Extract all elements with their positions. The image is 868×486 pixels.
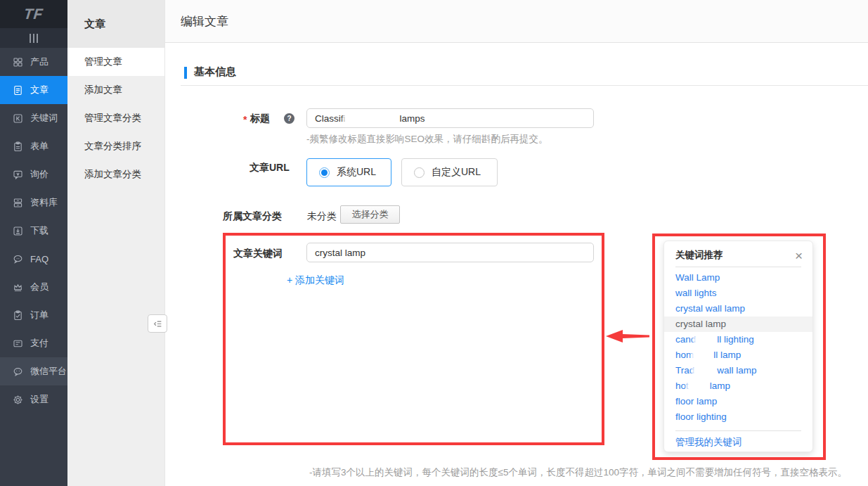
keyword-item-3[interactable]: crystal lamp: [664, 316, 812, 332]
choose-category-button[interactable]: 选择分类: [340, 205, 400, 224]
article-url-label: 文章URL: [250, 162, 290, 174]
sidebar-item-label: 表单: [30, 140, 48, 153]
keyword-icon: [12, 113, 24, 124]
sidebar-item-label: 会员: [30, 281, 48, 293]
sidebar-item-1[interactable]: 文章: [0, 76, 67, 104]
sidebar-item-label: 设置: [30, 393, 48, 406]
sidebar-item-label: 产品: [30, 56, 48, 68]
page-title: 编辑文章: [165, 0, 868, 43]
library-icon: [12, 197, 24, 209]
sidebar-item-11[interactable]: 微信平台: [0, 357, 67, 385]
keyword-item-6[interactable]: Tradwall lamp: [664, 363, 812, 378]
section-accent-bar: [184, 67, 187, 79]
title-helper-text: -频繁修改标题直接影响SEO效果，请仔细斟酌后再提交。: [306, 133, 548, 146]
section-divider: [181, 85, 868, 86]
member-icon: [12, 281, 24, 293]
radio-icon: [414, 167, 425, 178]
sidebar-item-label: FAQ: [30, 254, 48, 264]
help-question-icon[interactable]: ?: [284, 113, 294, 124]
menu-fold-icon: [153, 319, 163, 329]
article-icon: [12, 84, 24, 96]
sidebar-item-0[interactable]: 产品: [0, 48, 67, 76]
url-option-label: 自定义URL: [432, 166, 481, 179]
keyword-recommend-panel: 关键词推荐 × Wall Lampwall lightscrystal wall…: [663, 241, 813, 452]
sidebar-item-10[interactable]: 支付: [0, 329, 67, 357]
keywords-input[interactable]: crystal lamp: [306, 243, 594, 262]
redacted-blur: [697, 336, 716, 344]
sidebar-item-8[interactable]: 会员: [0, 273, 67, 301]
submenu-item-3[interactable]: 文章分类排序: [67, 132, 164, 160]
keyword-item-7[interactable]: hotlamp: [664, 378, 812, 394]
keyword-item-8[interactable]: floor lamp: [664, 394, 812, 409]
required-asterisk: *: [243, 114, 247, 125]
sidebar-item-12[interactable]: 设置: [0, 385, 67, 414]
category-label: 所属文章分类: [223, 210, 282, 223]
url-option-label: 系统URL: [337, 166, 376, 179]
sidebar-item-label: 微信平台: [30, 365, 67, 378]
settings-icon: [12, 394, 24, 406]
submenu-nav: 管理文章添加文章管理文章分类文章分类排序添加文章分类: [67, 48, 164, 188]
submenu-item-0[interactable]: 管理文章: [67, 48, 164, 76]
keywords-label: 文章关键词: [233, 248, 283, 260]
sidebar-item-label: 下载: [30, 224, 48, 237]
sidebar-item-5[interactable]: 资料库: [0, 188, 67, 217]
redacted-blur: [694, 352, 713, 359]
close-icon[interactable]: ×: [795, 249, 803, 262]
sidebar-item-label: 询价: [30, 168, 48, 181]
keyword-item-2[interactable]: crystal wall lamp: [664, 301, 812, 316]
menu-fold-button[interactable]: [148, 314, 167, 333]
url-option-1[interactable]: 自定义URL: [401, 158, 498, 186]
inquiry-icon: [12, 169, 24, 181]
sidebar-collapse-bars-icon[interactable]: [0, 28, 67, 48]
add-keyword-link[interactable]: + 添加关键词: [287, 274, 344, 287]
panel-footer-divider: [675, 430, 801, 431]
faq-icon: [12, 253, 24, 265]
sidebar-item-label: 支付: [30, 337, 48, 350]
url-option-0[interactable]: 系统URL: [306, 158, 391, 186]
keyword-item-5[interactable]: homll lamp: [664, 347, 812, 363]
submenu-item-2[interactable]: 管理文章分类: [67, 104, 164, 132]
keywords-note: -请填写3个以上的关键词，每个关键词的长度≤5个单词，长度不得超过100字符，单…: [309, 466, 847, 479]
keyword-item-9[interactable]: floor lighting: [664, 409, 812, 425]
sidebar-item-label: 资料库: [30, 196, 58, 209]
sidebar-item-7[interactable]: FAQ: [0, 245, 67, 273]
panel-title: 关键词推荐: [675, 249, 723, 262]
sidebar-item-label: 文章: [30, 84, 48, 96]
form-icon: [12, 141, 24, 153]
panel-divider: [675, 267, 801, 267]
page: TF 产品文章关键词表单询价资料库下载FAQ会员订单支付微信平台设置 文章 管理…: [0, 0, 868, 486]
primary-nav: 产品文章关键词表单询价资料库下载FAQ会员订单支付微信平台设置: [0, 48, 67, 414]
radio-icon: [319, 167, 330, 178]
category-value: 未分类: [307, 210, 337, 223]
redacted-blur: [689, 383, 709, 390]
sidebar-item-3[interactable]: 表单: [0, 132, 67, 160]
order-icon: [12, 309, 24, 321]
submenu-item-4[interactable]: 添加文章分类: [67, 160, 164, 188]
sidebar-item-label: 关键词: [30, 112, 58, 124]
logo-text: TF: [23, 6, 44, 23]
keyword-list: Wall Lampwall lightscrystal wall lampcry…: [664, 270, 812, 425]
sidebar-item-4[interactable]: 询价: [0, 160, 67, 188]
app-logo[interactable]: TF: [0, 0, 67, 28]
payment-icon: [12, 338, 24, 350]
download-icon: [12, 225, 24, 237]
annotation-arrow-left-icon: [606, 328, 649, 345]
manage-keywords-link[interactable]: 管理我的关键词: [664, 436, 801, 449]
sidebar-item-6[interactable]: 下载: [0, 217, 67, 245]
wechat-icon: [12, 366, 24, 378]
keyword-item-4[interactable]: candll lighting: [664, 332, 812, 347]
submenu-title: 文章: [67, 0, 164, 48]
title-input[interactable]: Classifilamps: [306, 108, 594, 128]
keyword-item-1[interactable]: wall lights: [664, 286, 812, 301]
primary-sidebar: TF 产品文章关键词表单询价资料库下载FAQ会员订单支付微信平台设置: [0, 0, 67, 486]
sidebar-item-2[interactable]: 关键词: [0, 104, 67, 132]
redacted-blur: [695, 367, 716, 375]
title-label: 标题: [250, 113, 270, 125]
sidebar-item-9[interactable]: 订单: [0, 301, 67, 329]
section-title: 基本信息: [194, 65, 236, 79]
sidebar-item-label: 订单: [30, 309, 48, 321]
submenu-item-1[interactable]: 添加文章: [67, 76, 164, 104]
redacted-blur: [346, 115, 399, 122]
keyword-item-0[interactable]: Wall Lamp: [664, 270, 812, 286]
secondary-sidebar: 文章 管理文章添加文章管理文章分类文章分类排序添加文章分类: [67, 0, 165, 486]
